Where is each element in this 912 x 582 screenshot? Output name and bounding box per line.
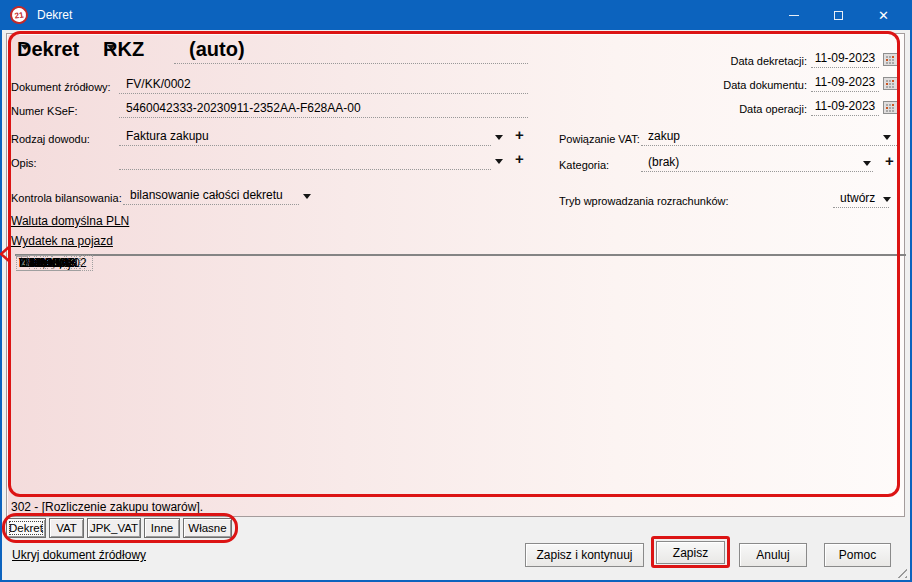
kontrola-bilansowania-label: Kontrola bilansowania:	[11, 192, 122, 204]
powiazanie-vat-label: Powiązanie VAT:	[559, 133, 640, 145]
opis-field[interactable]	[119, 153, 491, 170]
data-dekretacji-label: Data dekretacji:	[657, 55, 807, 67]
opis-dropdown-icon[interactable]	[495, 159, 503, 168]
resize-grip[interactable]	[894, 565, 907, 578]
cancel-button[interactable]: Anuluj	[739, 543, 807, 567]
rodzaj-dowodu-add-button[interactable]: +	[515, 129, 524, 141]
dokument-zrodlowy-label: Dokument źródłowy:	[11, 81, 111, 93]
titlebar: 21 Dekret ✕	[0, 0, 912, 30]
rodzaj-dowodu-label: Rodzaj dowodu:	[11, 133, 90, 145]
maximize-button[interactable]	[816, 0, 861, 30]
data-operacji-label: Data operacji:	[657, 103, 807, 115]
tab-vat[interactable]: VAT	[49, 518, 84, 538]
dokument-zrodlowy-field[interactable]: FV/KK/0002	[119, 77, 528, 94]
save-button[interactable]: Zapisz	[656, 541, 725, 564]
ukryj-dokument-link[interactable]: Ukryj dokument źródłowy	[12, 548, 146, 562]
powiazanie-vat-field[interactable]: zakup	[641, 129, 897, 146]
tryb-rozrachunkow-label: Tryb wprowadzania rozrachunków:	[559, 195, 729, 207]
numer-ksef-label: Numer KSeF:	[11, 105, 78, 117]
doc-symbol-dropdown[interactable]: RKZ	[103, 38, 115, 61]
tryb-rozrachunkow-field[interactable]: utwórz	[833, 191, 889, 208]
total-kwota-ma: 14 663,48	[16, 255, 81, 271]
kontrola-bilansowania-dropdown-icon[interactable]	[303, 194, 311, 203]
save-and-continue-button[interactable]: Zapisz i kontynuuj	[525, 543, 644, 567]
calendar-icon[interactable]	[883, 77, 898, 90]
maximize-icon	[834, 11, 843, 20]
app-logo-icon: 21	[9, 5, 29, 25]
opis-add-button[interactable]: +	[515, 153, 524, 165]
kategoria-field[interactable]: (brak)	[641, 155, 873, 172]
doc-number-underline	[174, 47, 528, 64]
help-button[interactable]: Pomoc	[824, 543, 891, 567]
kategoria-label: Kategoria:	[559, 159, 609, 171]
doc-type-dropdown[interactable]: Dekret	[17, 38, 29, 61]
tryb-rozrachunkow-dropdown-icon[interactable]	[883, 197, 891, 206]
opis-label: Opis:	[11, 157, 37, 169]
kontrola-bilansowania-field[interactable]: bilansowanie całości dekretu	[123, 188, 299, 205]
kategoria-dropdown-icon[interactable]	[863, 161, 871, 170]
data-dekretacji-field[interactable]: 11-09-2023	[811, 51, 879, 68]
powiazanie-vat-dropdown-icon[interactable]	[883, 135, 891, 144]
window-controls: ✕	[771, 0, 912, 30]
minimize-button[interactable]	[771, 0, 816, 30]
rodzaj-dowodu-dropdown-icon[interactable]	[495, 135, 503, 144]
data-operacji-field[interactable]: 11-09-2023	[811, 99, 879, 116]
dekret-window: 21 Dekret ✕ Dekret RKZ (auto) Dokument ź…	[0, 0, 912, 582]
account-description-status: 302 - [Rozliczenie zakupu towarów].	[11, 500, 203, 514]
rodzaj-dowodu-field[interactable]: Faktura zakupu	[119, 129, 491, 146]
data-dokumentu-field[interactable]: 11-09-2023	[811, 75, 879, 92]
calendar-icon[interactable]	[883, 101, 898, 114]
close-button[interactable]: ✕	[861, 0, 906, 30]
numer-ksef-field[interactable]: 5460042333-20230911-2352AA-F628AA-00	[119, 101, 528, 118]
tab-dekret[interactable]: Dekret	[6, 518, 46, 538]
window-title: Dekret	[37, 8, 72, 22]
document-panel: Dekret RKZ (auto) Dokument źródłowy: FV/…	[6, 33, 905, 517]
bottom-tabbar: Dekret VAT JPK_VAT Inne Własne	[6, 518, 232, 538]
tab-inne[interactable]: Inne	[144, 518, 180, 538]
entries-table: Poz. Konto Kwota Wn Kwota Ma Treść S Roz…	[15, 254, 906, 256]
minimize-icon	[789, 15, 799, 16]
calendar-icon[interactable]	[883, 53, 898, 66]
wydatek-na-pojazd-link[interactable]: Wydatek na pojazd	[11, 234, 113, 248]
tab-jpk-vat[interactable]: JPK_VAT	[87, 518, 141, 538]
data-dokumentu-label: Data dokumentu:	[657, 79, 807, 91]
tab-wlasne[interactable]: Własne	[183, 518, 232, 538]
kategoria-add-button[interactable]: +	[885, 155, 894, 167]
waluta-domyslna-link[interactable]: Waluta domyślna PLN	[11, 214, 129, 228]
